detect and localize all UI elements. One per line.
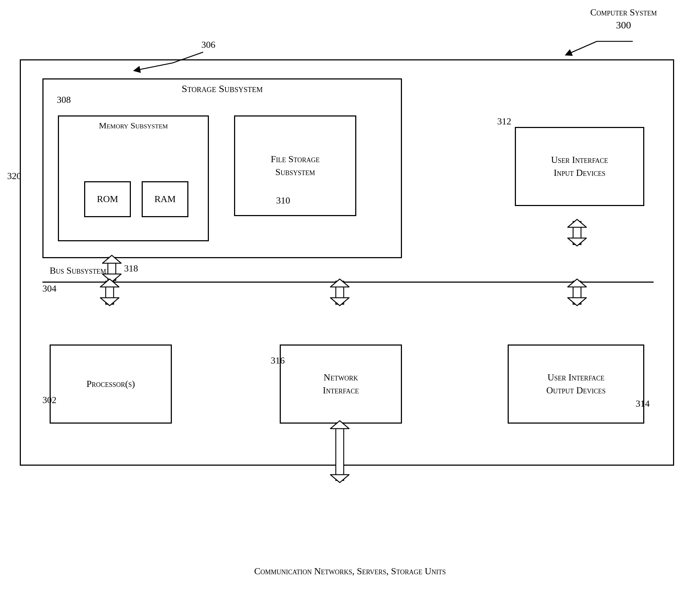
diagram-container: Computer System 300 Storage Subsystem Me… — [0, 0, 700, 598]
memory-subsystem-box: Memory Subsystem ROM RAM — [58, 115, 209, 241]
label-308: 308 — [57, 95, 71, 105]
ui-output-label: User InterfaceOutput Devices — [546, 371, 605, 397]
label-316: 316 — [271, 355, 285, 366]
rom-label: ROM — [97, 194, 118, 205]
processor-label: Processor(s) — [87, 379, 135, 389]
label-310: 310 — [276, 195, 290, 206]
bus-subsystem-label: Bus Subsystem — [50, 265, 106, 276]
network-interface-box: NetworkInterface — [280, 344, 402, 424]
storage-subsystem-label: Storage Subsystem — [182, 83, 263, 95]
ram-box: RAM — [142, 181, 188, 217]
file-storage-label: File StorageSubsystem — [271, 153, 320, 179]
rom-box: ROM — [84, 181, 131, 217]
svg-marker-25 — [330, 475, 349, 483]
computer-system-label: Computer System 300 — [590, 6, 657, 32]
label-314: 314 — [636, 398, 650, 409]
comm-networks-label: Communication Networks, Servers, Storage… — [254, 564, 446, 578]
ui-output-box: User InterfaceOutput Devices — [508, 344, 644, 424]
label-302: 302 — [42, 395, 56, 406]
comm-text: Communication Networks, Servers, Storage… — [254, 566, 446, 576]
svg-line-1 — [568, 41, 597, 54]
label-312: 312 — [497, 116, 511, 127]
ram-label: RAM — [154, 194, 175, 205]
label-304: 304 — [42, 283, 56, 294]
bus-line — [42, 282, 654, 283]
processor-box: Processor(s) — [50, 344, 172, 424]
cs-title: Computer System — [590, 6, 657, 19]
label-306: 306 — [201, 40, 215, 50]
label-320: 320 — [7, 171, 21, 182]
memory-subsystem-label: Memory Subsystem — [99, 121, 168, 131]
ui-input-box: User InterfaceInput Devices — [515, 127, 644, 206]
storage-subsystem-box: Storage Subsystem Memory Subsystem ROM R… — [42, 78, 402, 258]
file-storage-box: File StorageSubsystem — [234, 115, 356, 216]
outer-box: Storage Subsystem Memory Subsystem ROM R… — [20, 59, 674, 466]
network-label: NetworkInterface — [323, 371, 359, 397]
ui-input-label: User InterfaceInput Devices — [551, 154, 608, 180]
cs-number: 300 — [590, 19, 657, 32]
